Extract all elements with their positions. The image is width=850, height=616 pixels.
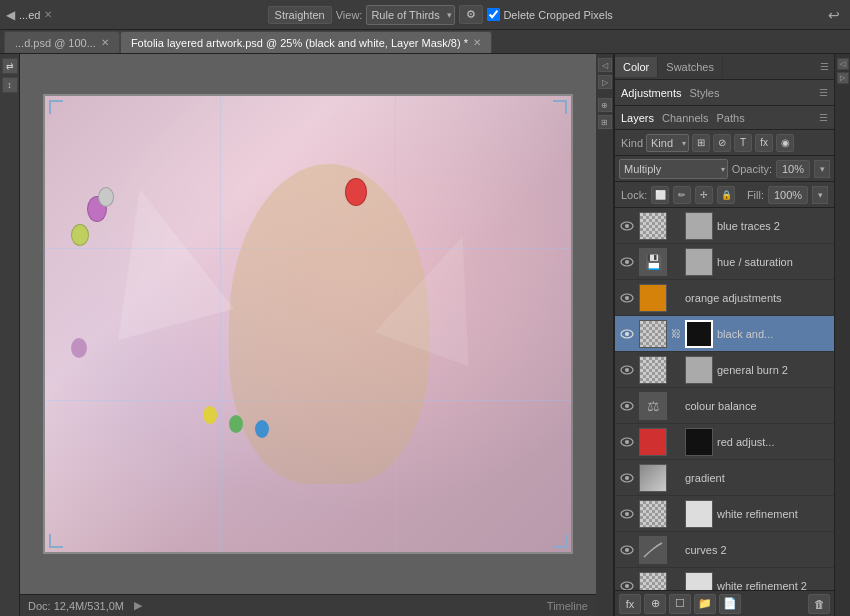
layer-row-white-refinement-2[interactable]: white refinement 2: [615, 568, 834, 590]
fill-input[interactable]: [768, 186, 808, 204]
fill-label: Fill:: [747, 189, 764, 201]
color-panel-menu[interactable]: ☰: [815, 59, 834, 74]
layer-mask-10: [685, 572, 713, 591]
create-fill-button[interactable]: ⊕: [644, 594, 666, 614]
layer-row-colour-balance[interactable]: ⚖ colour balance: [615, 388, 834, 424]
delete-cropped-label[interactable]: Delete Cropped Pixels: [487, 8, 612, 21]
eye-icon-3[interactable]: [619, 326, 635, 342]
left-tools-panel: ⇄ ↕: [0, 54, 20, 616]
new-layer-button[interactable]: 📄: [719, 594, 741, 614]
close-tab-icon[interactable]: ✕: [44, 9, 52, 20]
adjustments-tab[interactable]: Adjustments: [621, 87, 682, 99]
layer-name-7: gradient: [685, 472, 830, 484]
eye-icon-0[interactable]: [619, 218, 635, 234]
corner-bl: [49, 534, 63, 548]
eye-icon-6[interactable]: [619, 434, 635, 450]
eye-icon-2[interactable]: [619, 290, 635, 306]
layer-thumb-9: [639, 536, 667, 564]
lock-all-btn[interactable]: 🔒: [717, 186, 735, 204]
swatches-tab[interactable]: Swatches: [658, 57, 723, 77]
tab-2-close[interactable]: ✕: [473, 37, 481, 48]
tab-2[interactable]: Fotolia layered artwork.psd @ 25% (black…: [120, 31, 492, 53]
svg-point-11: [625, 404, 629, 408]
layer-row-white-refinement[interactable]: white refinement: [615, 496, 834, 532]
rule-of-thirds-dropdown-wrap: Rule of Thirds: [366, 5, 455, 25]
tab-2-label: Fotolia layered artwork.psd @ 25% (black…: [131, 37, 468, 49]
opacity-input[interactable]: [776, 160, 810, 178]
kind-dropdown[interactable]: Kind: [646, 134, 689, 152]
blend-mode-dropdown[interactable]: Multiply: [619, 159, 728, 179]
layers-header: Layers Channels Paths ☰: [615, 106, 834, 130]
straighten-button[interactable]: Straighten: [268, 6, 332, 24]
filter-icon-4[interactable]: fx: [755, 134, 773, 152]
paths-tab[interactable]: Paths: [717, 112, 745, 124]
eye-icon-5[interactable]: [619, 398, 635, 414]
layer-name-3: black and...: [717, 328, 830, 340]
cancel-icon[interactable]: ↩: [828, 7, 840, 23]
layers-list[interactable]: blue traces 2 💾 hue / saturation: [615, 208, 834, 590]
tool-icon-1[interactable]: ⇄: [2, 58, 18, 74]
filter-icon-2[interactable]: ⊘: [713, 134, 731, 152]
layer-row-curves-2[interactable]: curves 2: [615, 532, 834, 568]
opacity-label: Opacity:: [732, 163, 772, 175]
folder-button[interactable]: 📁: [694, 594, 716, 614]
color-tab[interactable]: Color: [615, 57, 658, 77]
svg-point-5: [625, 296, 629, 300]
layer-name-1: hue / saturation: [717, 256, 830, 268]
layer-row-orange-adjustments[interactable]: orange adjustments: [615, 280, 834, 316]
eye-icon-4[interactable]: [619, 362, 635, 378]
layer-row-gradient[interactable]: gradient: [615, 460, 834, 496]
kind-label: Kind: [621, 137, 643, 149]
fx-button[interactable]: fx: [619, 594, 641, 614]
eye-icon-7[interactable]: [619, 470, 635, 486]
delete-cropped-checkbox[interactable]: [487, 8, 500, 21]
status-arrow[interactable]: ▶: [134, 599, 142, 612]
delete-layer-button[interactable]: 🗑: [808, 594, 830, 614]
strip-icon-4[interactable]: ⊞: [598, 115, 612, 129]
layer-thumb-2: [639, 284, 667, 312]
layer-row-blue-traces-2[interactable]: blue traces 2: [615, 208, 834, 244]
tab-1[interactable]: ...d.psd @ 100... ✕: [4, 31, 120, 53]
eye-icon-10[interactable]: [619, 578, 635, 591]
layer-row-hue-saturation[interactable]: 💾 hue / saturation: [615, 244, 834, 280]
styles-tab[interactable]: Styles: [690, 87, 720, 99]
filter-icon-3[interactable]: T: [734, 134, 752, 152]
lock-transparent-btn[interactable]: ⬜: [651, 186, 669, 204]
mask-button[interactable]: ☐: [669, 594, 691, 614]
layer-mask-4: [685, 356, 713, 384]
adjustments-menu[interactable]: ☰: [819, 87, 828, 98]
strip-icon-2[interactable]: ▷: [598, 75, 612, 89]
channels-tab[interactable]: Channels: [662, 112, 708, 124]
eye-icon-8[interactable]: [619, 506, 635, 522]
layer-chain-0: [671, 218, 681, 234]
lock-image-btn[interactable]: ✏: [673, 186, 691, 204]
filter-icon-1[interactable]: ⊞: [692, 134, 710, 152]
layer-chain-4: [671, 362, 681, 378]
top-toolbar: ◀ ...ed ✕ Straighten View: Rule of Third…: [0, 0, 850, 30]
canvas-content[interactable]: [20, 54, 596, 594]
tool-icon-2[interactable]: ↕: [2, 77, 18, 93]
strip-btn-2[interactable]: ▷: [837, 72, 849, 84]
timeline-label: Timeline: [547, 600, 588, 612]
layer-row-black-and[interactable]: ⛓ black and...: [615, 316, 834, 352]
layers-menu[interactable]: ☰: [819, 112, 828, 123]
tab-1-close[interactable]: ✕: [101, 37, 109, 48]
settings-button[interactable]: ⚙: [459, 5, 483, 24]
eye-icon-9[interactable]: [619, 542, 635, 558]
strip-icon-3[interactable]: ⊕: [598, 98, 612, 112]
eye-icon-1[interactable]: [619, 254, 635, 270]
strip-btn-1[interactable]: ◁: [837, 58, 849, 70]
strip-icon-1[interactable]: ◁: [598, 58, 612, 72]
rule-of-thirds-dropdown[interactable]: Rule of Thirds: [366, 5, 455, 25]
corner-tr: [553, 100, 567, 114]
lock-position-btn[interactable]: ✢: [695, 186, 713, 204]
layer-name-9: curves 2: [685, 544, 830, 556]
opacity-btn[interactable]: ▾: [814, 160, 830, 178]
fill-btn[interactable]: ▾: [812, 186, 828, 204]
layers-tab[interactable]: Layers: [621, 112, 654, 124]
filter-icon-5[interactable]: ◉: [776, 134, 794, 152]
layer-mask-1: [685, 248, 713, 276]
layer-row-general-burn-2[interactable]: general burn 2: [615, 352, 834, 388]
kind-dropdown-wrap: Kind: [646, 134, 689, 152]
layer-row-red-adjust[interactable]: red adjust...: [615, 424, 834, 460]
